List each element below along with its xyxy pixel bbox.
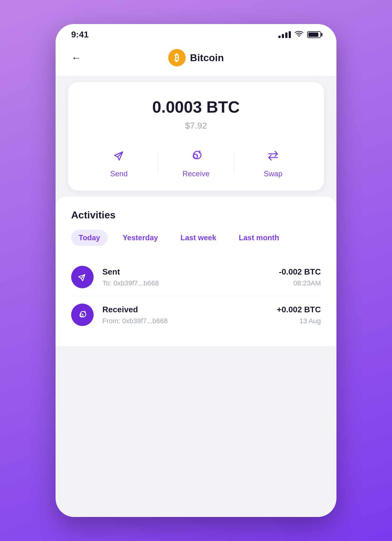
- sent-subtitle: To: 0xb39f7...b668: [102, 279, 279, 287]
- swap-label: Swap: [264, 169, 282, 178]
- balance-amount: 0.0003 BTC: [81, 98, 311, 116]
- sent-amount: -0.002 BTC 08:23AM: [279, 267, 321, 287]
- battery-icon: [307, 31, 321, 38]
- wifi-icon: [295, 30, 303, 39]
- receive-icon: [187, 146, 205, 165]
- bitcoin-logo: ₿: [168, 49, 186, 66]
- filter-tab-last-week[interactable]: Last week: [173, 230, 224, 246]
- filter-tabs: Today Yesterday Last week Last month: [71, 230, 321, 246]
- receive-button[interactable]: Receive: [158, 146, 234, 178]
- received-value: +0.002 BTC: [277, 305, 321, 314]
- signal-icon: [278, 31, 291, 38]
- send-icon: [110, 146, 128, 165]
- status-bar: 9:41: [56, 24, 336, 43]
- swap-button[interactable]: Swap: [235, 146, 311, 178]
- received-subtitle: From: 0xb39f7...b668: [102, 317, 277, 325]
- activities-title: Activities: [71, 209, 321, 221]
- phone-frame: 9:41 ← ₿ B: [56, 24, 336, 517]
- sent-time: 08:23AM: [279, 279, 321, 287]
- sent-info: Sent To: 0xb39f7...b668: [102, 267, 279, 287]
- activities-section: Activities Today Yesterday Last week Las…: [56, 197, 336, 346]
- filter-tab-yesterday[interactable]: Yesterday: [115, 230, 165, 246]
- header-title: ₿ Bitcoin: [168, 49, 224, 66]
- received-info: Received From: 0xb39f7...b668: [102, 305, 277, 325]
- balance-card: 0.0003 BTC $7.92 Send: [68, 82, 324, 191]
- action-buttons: Send Receive: [81, 146, 311, 178]
- status-icons: [278, 30, 321, 39]
- status-time: 9:41: [71, 30, 89, 40]
- transaction-sent[interactable]: Sent To: 0xb39f7...b668 -0.002 BTC 08:23…: [71, 258, 321, 296]
- back-button[interactable]: ←: [71, 52, 81, 64]
- received-time: 13 Aug: [277, 317, 321, 325]
- received-icon: [71, 304, 94, 326]
- filter-tab-last-month[interactable]: Last month: [231, 230, 287, 246]
- header: ← ₿ Bitcoin: [56, 43, 336, 76]
- swap-icon: [264, 146, 282, 165]
- sent-value: -0.002 BTC: [279, 267, 321, 277]
- filter-tab-today[interactable]: Today: [71, 230, 108, 246]
- balance-usd: $7.92: [81, 121, 311, 131]
- transaction-received[interactable]: Received From: 0xb39f7...b668 +0.002 BTC…: [71, 296, 321, 334]
- svg-point-3: [195, 155, 197, 157]
- send-button[interactable]: Send: [81, 146, 157, 178]
- svg-point-0: [298, 36, 300, 37]
- sent-icon: [71, 266, 94, 288]
- receive-label: Receive: [183, 169, 210, 178]
- send-label: Send: [110, 169, 128, 178]
- sent-title: Sent: [102, 267, 279, 277]
- received-title: Received: [102, 305, 277, 314]
- coin-name: Bitcoin: [190, 52, 224, 64]
- received-amount: +0.002 BTC 13 Aug: [277, 305, 321, 325]
